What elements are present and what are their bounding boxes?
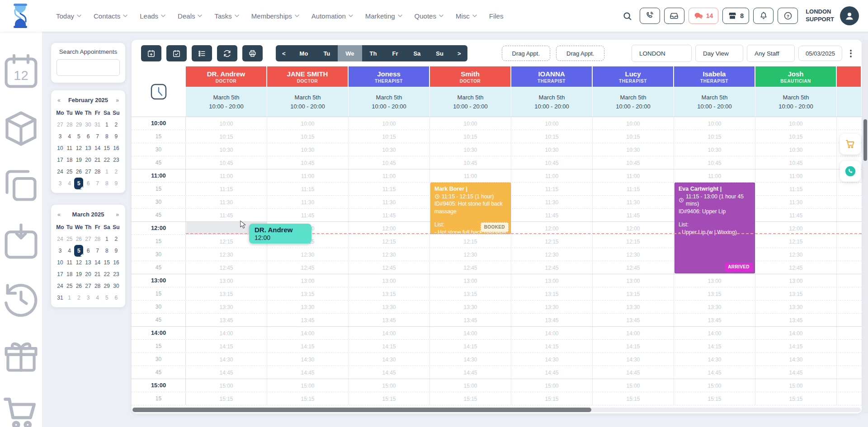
search-icon[interactable] [623, 11, 632, 21]
time-slot[interactable]: 13:30 [511, 300, 593, 313]
nav-item-deals[interactable]: Deals [178, 12, 202, 20]
calendar-day[interactable]: 27 [84, 166, 93, 178]
time-slot[interactable]: 12:30 [349, 248, 430, 261]
calendar-day[interactable]: 24 [56, 280, 65, 292]
time-slot[interactable]: 11:15 [349, 183, 430, 195]
calendar-day[interactable]: 4 [65, 131, 74, 142]
sidebar-item-cart[interactable] [0, 392, 42, 427]
time-slot[interactable]: 14:00 [511, 327, 593, 339]
calendar-day[interactable]: 9 [112, 178, 121, 189]
calendar-day[interactable]: 21 [93, 268, 102, 280]
time-slot[interactable] [837, 274, 862, 287]
day-tab-th[interactable]: Th [362, 45, 385, 61]
store-button[interactable]: 8 [722, 8, 749, 24]
calendar-prev-button[interactable]: « [57, 97, 61, 103]
calendar-day[interactable]: 26 [74, 166, 83, 178]
time-slot[interactable]: 10:45 [430, 156, 511, 169]
calendar-day-selected[interactable]: 5 [74, 178, 83, 189]
time-slot[interactable]: 15:15 [674, 392, 755, 405]
staff-header[interactable]: JonessTHERAPIST [349, 66, 430, 87]
time-slot[interactable]: 11:30 [349, 196, 430, 208]
calendar-day[interactable]: 10 [56, 257, 65, 268]
time-slot[interactable]: 14:00 [593, 327, 674, 339]
nav-item-leads[interactable]: Leads [140, 12, 165, 20]
time-slot[interactable]: 13:15 [674, 287, 755, 300]
calendar-day[interactable]: 12 [74, 142, 83, 154]
calendar-day[interactable]: 30 [84, 119, 93, 131]
calendar-day[interactable]: 31 [56, 292, 65, 304]
time-slot[interactable]: 12:45 [349, 261, 430, 274]
time-slot[interactable]: 10:45 [674, 156, 755, 169]
staff-header[interactable]: SmithDOCTOR [430, 66, 511, 87]
time-slot[interactable]: 12:15 [267, 235, 349, 248]
time-slot[interactable]: 14:30 [674, 353, 755, 366]
nav-item-contacts[interactable]: Contacts [94, 12, 127, 20]
time-slot[interactable] [837, 300, 862, 313]
calendar-day[interactable]: 27 [84, 233, 93, 245]
staff-header[interactable]: LucyTHERAPIST [593, 66, 674, 87]
time-slot[interactable]: 14:00 [349, 327, 430, 339]
time-slot[interactable]: 13:15 [755, 287, 837, 300]
time-slot[interactable]: 13:00 [267, 274, 349, 287]
time-slot[interactable]: 13:15 [430, 287, 511, 300]
time-slot[interactable]: 11:00 [267, 169, 349, 182]
time-slot[interactable]: 14:45 [349, 366, 430, 379]
calendar-day[interactable]: 2 [112, 119, 121, 131]
time-slot[interactable] [837, 340, 862, 352]
calendar-day[interactable]: 28 [93, 233, 102, 245]
time-slot[interactable]: 12:30 [267, 248, 349, 261]
time-slot[interactable] [837, 248, 862, 261]
time-slot[interactable]: 14:15 [349, 340, 430, 352]
time-slot[interactable]: 10:15 [593, 130, 674, 143]
time-slot[interactable]: 15:00 [674, 379, 755, 392]
day-tab-mo[interactable]: Mo [292, 45, 316, 61]
calendar-day[interactable]: 23 [112, 154, 121, 166]
time-slot[interactable]: 12:00 [755, 222, 837, 235]
time-slot[interactable]: 11:00 [349, 169, 430, 182]
calendar-day[interactable]: 5 [74, 131, 83, 142]
calendar-day[interactable]: 26 [74, 280, 83, 292]
time-slot[interactable]: 10:00 [267, 117, 349, 130]
vertical-scrollbar-thumb[interactable] [863, 119, 867, 161]
day-tab-tu[interactable]: Tu [316, 45, 338, 61]
calendar-day[interactable]: 24 [56, 233, 65, 245]
calendar-day[interactable]: 2 [112, 166, 121, 178]
time-slot[interactable]: 14:15 [593, 340, 674, 352]
refresh-button[interactable] [217, 45, 237, 61]
calendar-day[interactable]: 6 [84, 245, 93, 257]
time-slot[interactable]: 12:45 [593, 261, 674, 274]
sidebar-item-gift[interactable] [0, 335, 42, 377]
time-slot[interactable]: 15:00 [593, 379, 674, 392]
calendar-next-button[interactable]: » [116, 97, 119, 103]
time-slot[interactable]: 15:00 [755, 379, 837, 392]
time-slot[interactable] [837, 327, 862, 339]
calendar-day[interactable]: 3 [56, 178, 65, 189]
time-slot[interactable]: 11:45 [267, 209, 349, 221]
time-slot[interactable]: 10:15 [349, 130, 430, 143]
time-slot[interactable]: 11:15 [511, 183, 593, 195]
time-slot[interactable]: 10:45 [349, 156, 430, 169]
time-slot[interactable]: 11:30 [593, 196, 674, 208]
calendar-day[interactable]: 20 [84, 154, 93, 166]
sidebar-item-copy[interactable] [0, 164, 42, 206]
calendar-day[interactable]: 27 [84, 280, 93, 292]
time-slot[interactable] [837, 314, 862, 326]
calendar-day[interactable]: 13 [84, 257, 93, 268]
calendar-prev-button[interactable]: « [57, 211, 61, 218]
calendar-next-button[interactable]: » [116, 211, 119, 218]
time-slot[interactable]: 14:45 [511, 366, 593, 379]
calendar-day[interactable]: 29 [74, 119, 83, 131]
cal-check-button[interactable] [166, 45, 187, 61]
calendar-day[interactable]: 7 [93, 131, 102, 142]
time-slot[interactable]: 14:15 [674, 340, 755, 352]
calendar-day[interactable]: 25 [65, 280, 74, 292]
time-slot[interactable]: 14:30 [593, 353, 674, 366]
sidebar-item-cal-date[interactable]: 12 [0, 51, 42, 93]
time-slot[interactable]: 13:00 [430, 274, 511, 287]
time-slot[interactable]: 14:30 [430, 353, 511, 366]
calendar-day[interactable]: 9 [112, 245, 121, 257]
time-slot[interactable]: 14:30 [755, 353, 837, 366]
time-slot[interactable]: 13:45 [593, 314, 674, 326]
time-slot[interactable]: 11:45 [349, 209, 430, 221]
calendar-day[interactable]: 22 [102, 154, 111, 166]
